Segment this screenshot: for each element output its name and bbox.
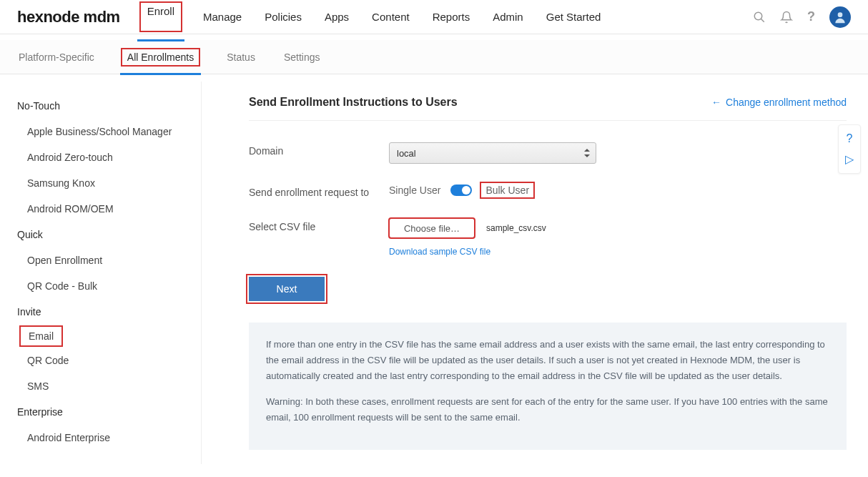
avatar[interactable] [829, 6, 851, 28]
arrow-left-icon: ← [711, 97, 721, 108]
svg-line-1 [761, 19, 764, 22]
top-nav: hexnode mdm Enroll Manage Policies Apps … [0, 0, 868, 34]
nav-apps[interactable]: Apps [323, 2, 350, 31]
selected-file-name: sample_csv.csv [486, 223, 546, 233]
single-user-label: Single User [389, 185, 440, 196]
side-group-enterprise: Enterprise [11, 399, 201, 425]
subtab-platform-specific[interactable]: Platform-Specific [17, 42, 96, 72]
subtabs: Platform-Specific All Enrollments Status… [0, 40, 868, 74]
user-mode-toggle[interactable] [450, 185, 472, 196]
row-request: Send enrollment request to Single User B… [249, 184, 847, 198]
domain-value: local [397, 148, 416, 159]
nav-get-started[interactable]: Get Started [545, 2, 603, 31]
main: Send Enrollment Instructions to Users ← … [213, 82, 868, 464]
sidebar: No-Touch Apple Business/School Manager A… [0, 82, 202, 464]
subtab-all-enrollments[interactable]: All Enrollments [122, 49, 199, 66]
next-button[interactable]: Next [249, 277, 325, 301]
label-request: Send enrollment request to [249, 184, 389, 198]
sidebar-item-samsung-knox[interactable]: Samsung Knox [11, 170, 101, 196]
sidebar-item-email[interactable]: Email [21, 328, 61, 345]
side-group-invite: Invite [11, 299, 201, 325]
main-header: Send Enrollment Instructions to Users ← … [249, 96, 847, 121]
label-csv: Select CSV file [249, 218, 389, 232]
search-icon[interactable] [753, 11, 766, 24]
change-enrollment-label: Change enrollment method [726, 97, 847, 108]
row-domain: Domain local [249, 142, 847, 164]
side-group-no-touch: No-Touch [11, 93, 201, 119]
logo: hexnode mdm [17, 8, 120, 26]
svg-point-0 [754, 12, 762, 20]
change-enrollment-link[interactable]: ← Change enrollment method [711, 97, 847, 108]
svg-point-2 [838, 12, 843, 17]
toggle-row: Single User Bulk User [389, 184, 847, 197]
sidebar-item-qr-bulk[interactable]: QR Code - Bulk [11, 273, 103, 299]
nav-right: ? [753, 6, 851, 28]
sidebar-item-qr-code[interactable]: QR Code [11, 348, 74, 373]
nav-content[interactable]: Content [370, 2, 411, 31]
help-panel: ? ▷ [838, 124, 861, 174]
layout: No-Touch Apple Business/School Manager A… [0, 74, 868, 464]
nav-reports[interactable]: Reports [431, 2, 472, 31]
sidebar-item-abm[interactable]: Apple Business/School Manager [11, 119, 177, 144]
info-text-1: If more than one entry in the CSV file h… [266, 337, 829, 384]
nav-enroll[interactable]: Enroll [140, 2, 182, 31]
subtab-status[interactable]: Status [225, 42, 257, 72]
subtab-settings[interactable]: Settings [282, 42, 322, 72]
sidebar-item-android-zero-touch[interactable]: Android Zero-touch [11, 144, 119, 170]
nav-policies[interactable]: Policies [263, 2, 303, 31]
info-text-2: Warning: In both these cases, enrollment… [266, 394, 829, 426]
row-csv: Select CSV file Choose file… sample_csv.… [249, 218, 847, 257]
sidebar-item-android-rom[interactable]: Android ROM/OEM [11, 196, 119, 222]
choose-file-button[interactable]: Choose file… [389, 218, 475, 238]
bulk-user-label: Bulk User [482, 184, 533, 197]
domain-select[interactable]: local [389, 142, 596, 164]
sidebar-item-open-enrollment[interactable]: Open Enrollment [11, 247, 108, 273]
nav-manage[interactable]: Manage [202, 2, 243, 31]
page-title: Send Enrollment Instructions to Users [249, 96, 458, 109]
row-next: Next [249, 277, 847, 301]
file-row: Choose file… sample_csv.csv [389, 218, 847, 238]
nav-admin[interactable]: Admin [491, 2, 525, 31]
sidebar-item-android-enterprise[interactable]: Android Enterprise [11, 425, 116, 451]
download-sample-link[interactable]: Download sample CSV file [389, 247, 847, 257]
info-box: If more than one entry in the CSV file h… [249, 323, 847, 450]
side-group-quick: Quick [11, 222, 201, 247]
help-panel-play-icon[interactable]: ▷ [845, 152, 854, 166]
label-domain: Domain [249, 142, 389, 157]
nav-items: Enroll Manage Policies Apps Content Repo… [140, 2, 753, 31]
help-panel-question-icon[interactable]: ? [847, 132, 853, 145]
bell-icon[interactable] [780, 11, 793, 24]
help-icon[interactable]: ? [807, 9, 815, 24]
sidebar-item-sms[interactable]: SMS [11, 373, 54, 399]
